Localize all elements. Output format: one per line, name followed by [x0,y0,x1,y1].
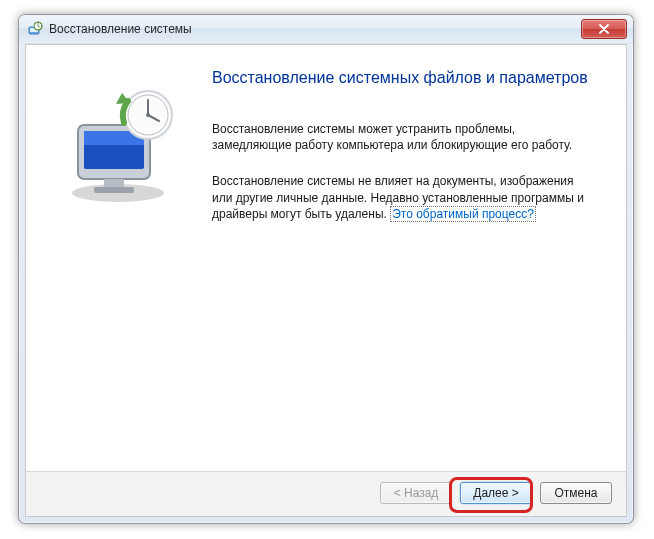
close-icon [598,24,610,34]
next-button[interactable]: Далее > [460,482,532,504]
content-area: Восстановление системных файлов и параме… [26,45,626,471]
system-restore-window: Восстановление системы [18,14,634,524]
system-restore-illustration-icon [58,85,188,205]
close-button[interactable] [581,19,627,39]
paragraph-2: Восстановление системы не влияет на доку… [212,173,596,222]
restore-icon [27,21,43,37]
text-column: Восстановление системных файлов и параме… [198,63,604,461]
cancel-button[interactable]: Отмена [540,482,612,504]
titlebar[interactable]: Восстановление системы [19,15,633,44]
svg-rect-7 [104,179,124,187]
back-button: < Назад [380,482,452,504]
window-title: Восстановление системы [49,22,581,36]
svg-rect-8 [94,187,134,193]
svg-point-13 [146,113,150,117]
paragraph-1: Восстановление системы может устранить п… [212,121,596,153]
page-heading: Восстановление системных файлов и параме… [212,69,596,87]
wizard-art [48,63,198,461]
client-area: Восстановление системных файлов и параме… [25,44,627,517]
wizard-footer: < Назад Далее > Отмена [26,471,626,516]
reversible-help-link[interactable]: Это обратимый процесс? [390,206,536,222]
